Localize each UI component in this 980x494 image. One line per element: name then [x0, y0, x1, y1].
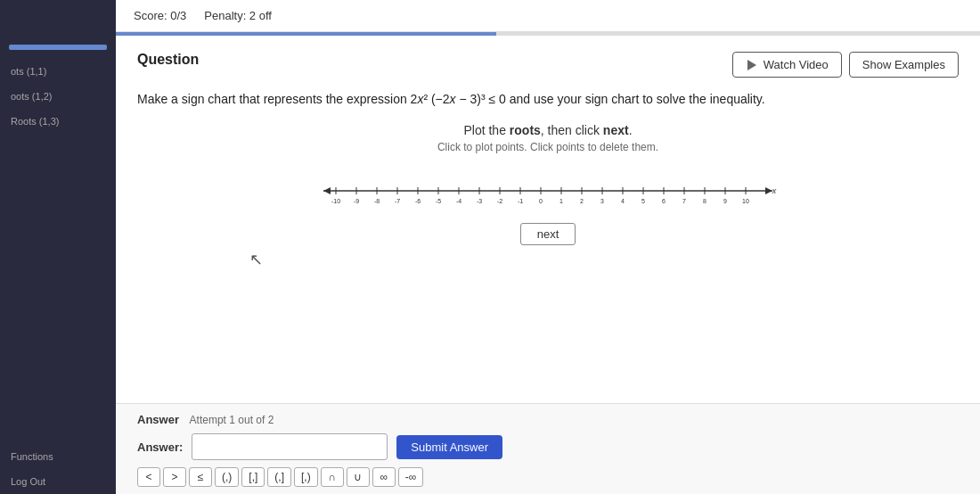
- symbol-gt[interactable]: >: [163, 467, 186, 487]
- sidebar-item-roots13[interactable]: Roots (1,3): [0, 109, 116, 134]
- question-text: Make a sign chart that represents the ex…: [137, 90, 959, 109]
- symbol-intersection[interactable]: ∩: [321, 467, 344, 487]
- svg-text:-10: -10: [331, 198, 340, 204]
- next-button[interactable]: next: [520, 223, 576, 245]
- svg-text:1: 1: [559, 198, 563, 204]
- svg-text:3: 3: [600, 198, 604, 204]
- score-bar: Score: 0/3 Penalty: 2 off: [116, 0, 980, 32]
- main-content: Score: 0/3 Penalty: 2 off Question Watch…: [116, 0, 980, 494]
- answer-header-label: Answer: [137, 413, 179, 426]
- symbol-leq[interactable]: ≤: [189, 467, 212, 487]
- progress-line: [116, 32, 980, 36]
- watch-video-label: Watch Video: [764, 58, 829, 71]
- svg-text:-3: -3: [477, 198, 482, 204]
- svg-text:6: 6: [662, 198, 666, 204]
- svg-text:7: 7: [682, 198, 686, 204]
- answer-section: Answer Attempt 1 out of 2 Answer: Submit…: [116, 403, 980, 494]
- svg-text:2: 2: [580, 198, 584, 204]
- sidebar-item-oots12[interactable]: oots (1,2): [0, 84, 116, 109]
- question-label: Question: [137, 52, 199, 68]
- symbol-infinity[interactable]: ∞: [372, 467, 396, 487]
- svg-text:10: 10: [742, 198, 749, 204]
- sidebar-item-ots11[interactable]: ots (1,1): [0, 59, 116, 84]
- instruction-sub: Click to plot points. Click points to de…: [137, 141, 959, 153]
- play-icon: [746, 59, 758, 71]
- answer-label: Answer:: [137, 440, 183, 454]
- svg-text:-9: -9: [354, 198, 359, 204]
- answer-row: Answer: Submit Answer: [137, 433, 959, 460]
- score-label: Score: 0/3: [134, 9, 186, 22]
- sidebar-item-functions[interactable]: Functions: [0, 444, 116, 469]
- sidebar-item-logout[interactable]: Log Out: [0, 469, 116, 494]
- svg-text:-1: -1: [518, 198, 523, 204]
- symbol-half-open-left[interactable]: [,): [294, 467, 318, 487]
- svg-text:4: 4: [621, 198, 625, 204]
- symbol-row: < > ≤ (,) [,] (,] [,) ∩ ∪ ∞ -∞: [137, 467, 959, 487]
- instruction-main: Plot the roots, then click next.: [137, 123, 959, 137]
- submit-answer-button[interactable]: Submit Answer: [396, 435, 502, 459]
- symbol-closed-interval[interactable]: [,]: [241, 467, 265, 487]
- answer-input[interactable]: [192, 433, 388, 460]
- svg-text:-4: -4: [456, 198, 461, 204]
- watch-video-button[interactable]: Watch Video: [732, 52, 842, 78]
- answer-header: Answer Attempt 1 out of 2: [137, 413, 959, 426]
- symbol-lt[interactable]: <: [137, 467, 160, 487]
- svg-text:x: x: [772, 186, 777, 195]
- attempt-label: Attempt 1 out of 2: [190, 414, 274, 426]
- number-line-container[interactable]: -10 -9 -8 -7 -6 -5: [137, 177, 959, 209]
- penalty-label: Penalty: 2 off: [204, 9, 272, 22]
- svg-text:9: 9: [723, 198, 727, 204]
- symbol-neg-infinity[interactable]: -∞: [398, 467, 424, 487]
- svg-text:5: 5: [641, 198, 645, 204]
- svg-text:-6: -6: [415, 198, 421, 204]
- show-examples-button[interactable]: Show Examples: [849, 52, 959, 78]
- svg-text:-7: -7: [395, 198, 400, 204]
- symbol-open-interval[interactable]: (,): [215, 467, 239, 487]
- question-header: Question Watch Video Show Examples: [137, 52, 959, 78]
- svg-text:8: 8: [703, 198, 706, 204]
- sidebar-spacer: [0, 134, 116, 444]
- svg-text:-8: -8: [374, 198, 380, 204]
- question-area: Question Watch Video Show Examples Make …: [116, 36, 980, 403]
- svg-text:-2: -2: [497, 198, 502, 204]
- svg-text:-5: -5: [436, 198, 441, 204]
- svg-text:0: 0: [539, 198, 543, 204]
- sidebar: ots (1,1) oots (1,2) Roots (1,3) Functio…: [0, 0, 116, 494]
- sidebar-progress-bar: [9, 45, 107, 50]
- next-btn-container: next: [137, 223, 959, 245]
- symbol-half-open-right[interactable]: (,]: [267, 467, 291, 487]
- header-buttons: Watch Video Show Examples: [732, 52, 959, 78]
- number-line-svg[interactable]: -10 -9 -8 -7 -6 -5: [316, 177, 780, 209]
- symbol-union[interactable]: ∪: [347, 467, 370, 487]
- svg-marker-1: [323, 187, 331, 194]
